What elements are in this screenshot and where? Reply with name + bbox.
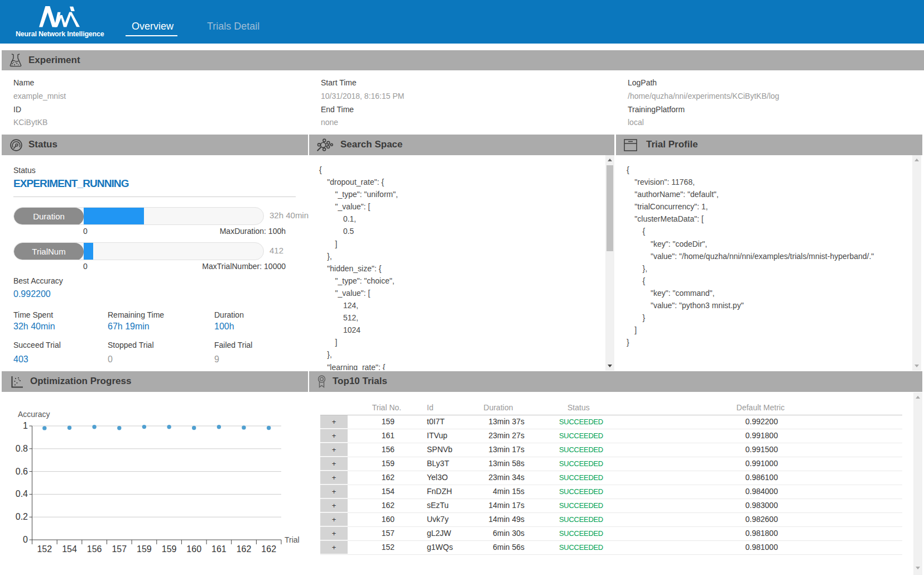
svg-text:0.2: 0.2 bbox=[16, 512, 28, 521]
svg-text:157: 157 bbox=[112, 544, 127, 554]
svg-text:161: 161 bbox=[211, 544, 227, 554]
svg-text:154: 154 bbox=[62, 544, 77, 554]
svg-text:160: 160 bbox=[186, 544, 201, 554]
svg-text:0.8: 0.8 bbox=[16, 444, 28, 453]
svg-text:Trial: Trial bbox=[285, 535, 300, 544]
svg-text:159: 159 bbox=[137, 544, 152, 554]
svg-text:1: 1 bbox=[23, 421, 28, 430]
svg-text:0: 0 bbox=[23, 535, 28, 544]
svg-text:Accuracy: Accuracy bbox=[18, 410, 50, 419]
svg-text:162: 162 bbox=[237, 544, 252, 554]
svg-text:152: 152 bbox=[37, 544, 52, 554]
svg-text:159: 159 bbox=[162, 544, 177, 554]
svg-text:162: 162 bbox=[261, 544, 276, 554]
svg-text:0.6: 0.6 bbox=[16, 467, 28, 476]
svg-text:0.4: 0.4 bbox=[16, 489, 28, 499]
svg-text:156: 156 bbox=[87, 544, 102, 554]
